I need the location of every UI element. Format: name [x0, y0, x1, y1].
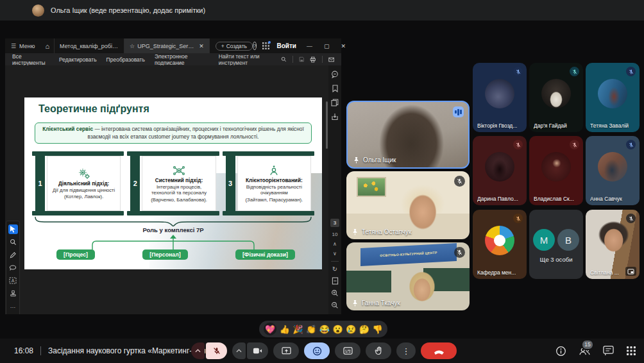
camera-toggle-button[interactable]: [247, 342, 268, 359]
slide-title: Теоретичне підґрунтя: [38, 103, 149, 115]
participant-tile-tetiana-z[interactable]: Тетяна Завалій: [586, 63, 640, 132]
pencil-annotate-tool[interactable]: [8, 250, 18, 260]
mic-muted-icon: [513, 140, 523, 149]
activities-button[interactable]: [626, 346, 636, 356]
participant-tile-anna[interactable]: Анна Савчук: [586, 136, 640, 205]
export-pdf-icon[interactable]: [331, 113, 339, 121]
camera-options-chevron[interactable]: [232, 342, 246, 359]
esign-menu[interactable]: Электронное подписание: [155, 53, 209, 66]
avatar: [541, 152, 571, 182]
help-icon[interactable]: ?: [253, 42, 257, 50]
present-screen-button[interactable]: [273, 342, 299, 359]
slide-buttons: [Процес] [Персонал] [Фізичні докази]: [35, 249, 312, 260]
acrobat-toolbar: Все инструменты Редактировать Преобразов…: [5, 53, 341, 65]
reaction-thumbs-up[interactable]: 👍: [280, 325, 290, 333]
participant-tile-daria[interactable]: Дар'я Гайдай: [529, 63, 583, 132]
reactions-button-active[interactable]: [304, 342, 330, 359]
avatar: [541, 79, 571, 108]
search-label[interactable]: Найти текст или инструмент: [219, 53, 275, 66]
video-tile-tetiana-o[interactable]: Тетяна Остапчук: [346, 171, 470, 239]
avatar: [598, 152, 627, 182]
hamburger-icon: ☰: [11, 43, 16, 49]
acrobat-menu-button[interactable]: ☰ Меню: [5, 38, 40, 53]
rotate-page-icon[interactable]: ↻: [332, 266, 337, 273]
mic-muted-icon: [454, 247, 465, 258]
video-tile-hanna[interactable]: ОСВІТНЬО-КУЛЬТУРНИЙ ЦЕНТР Ганна Ткачук: [346, 242, 470, 310]
reaction-laugh[interactable]: 😂: [319, 325, 330, 333]
plus-icon: +: [221, 43, 225, 49]
reaction-thinking[interactable]: 🤔: [359, 325, 369, 333]
pillar-2: 2 Системний підхід: Інтеграція процесів,…: [128, 151, 217, 215]
reaction-cry[interactable]: 😢: [346, 325, 356, 333]
zoom-tool[interactable]: [8, 237, 18, 247]
print-icon[interactable]: [310, 56, 316, 63]
window-minimize-button[interactable]: —: [307, 43, 312, 49]
pin-icon: [352, 300, 359, 307]
search-icon[interactable]: [281, 56, 287, 63]
next-page-button[interactable]: ∨: [333, 251, 337, 257]
vertical-scrollbar[interactable]: [326, 101, 328, 149]
captions-button[interactable]: [335, 342, 360, 359]
fit-page-icon[interactable]: [332, 277, 339, 285]
curly-brace: [33, 217, 313, 226]
more-options-button[interactable]: ⋮: [396, 342, 416, 359]
mic-toggle-button-muted[interactable]: [206, 342, 227, 359]
mic-muted-icon: [626, 140, 636, 149]
reaction-clap[interactable]: 👏: [306, 325, 316, 333]
mic-options-chevron[interactable]: [191, 342, 205, 359]
zoom-in-icon[interactable]: [331, 289, 339, 297]
comments-panel-icon[interactable]: [331, 71, 339, 78]
reaction-party[interactable]: 🎉: [292, 325, 303, 333]
edit-menu[interactable]: Редактировать: [59, 56, 97, 63]
participant-tile-daryna[interactable]: Дарина Павло...: [473, 136, 527, 205]
meet-window: Ольга Іщик (веде презентацію, додає прим…: [0, 0, 644, 363]
reaction-heart[interactable]: 💖: [264, 323, 276, 335]
star-icon: ☆: [130, 43, 135, 49]
document-tab-2-active[interactable]: ☆ UPG_Strategic_Servi... ✕: [124, 38, 210, 53]
people-panel-button[interactable]: 15: [579, 346, 591, 356]
participant-face: [402, 271, 443, 310]
more-tools[interactable]: …: [8, 301, 18, 311]
participant-tile-svitlana[interactable]: Світлана ...: [586, 210, 640, 279]
people-chip: [Персонал]: [142, 249, 188, 260]
page-number-input[interactable]: 3: [330, 219, 339, 227]
bookmarks-panel-icon[interactable]: [332, 85, 339, 92]
picture-in-picture-icon[interactable]: [625, 267, 636, 276]
end-call-button[interactable]: [421, 342, 457, 359]
overflow-participants-tile[interactable]: M B Ще 3 особи: [529, 210, 583, 279]
chat-panel-button[interactable]: [603, 346, 614, 356]
page-thumbnails-icon[interactable]: [331, 99, 339, 106]
save-icon[interactable]: [299, 56, 305, 63]
document-tab-1[interactable]: Метод_кваліф_робіт_МАРК...: [55, 38, 124, 53]
shared-screen-acrobat: ☰ Меню ⌂ Метод_кваліф_робіт_МАРК... ☆ UP…: [5, 38, 341, 314]
select-tool[interactable]: [8, 224, 18, 234]
tab-close-icon[interactable]: ✕: [199, 43, 204, 49]
home-icon[interactable]: ⌂: [40, 38, 55, 53]
reaction-surprised[interactable]: 😮: [332, 325, 343, 333]
text-box-tool[interactable]: A: [8, 276, 18, 285]
stamp-tool[interactable]: [8, 289, 18, 298]
reaction-thumbs-down[interactable]: 👎: [372, 325, 382, 333]
lasso-tool[interactable]: [8, 263, 18, 273]
convert-menu[interactable]: Преобразовать: [106, 56, 145, 63]
connector-lines: [77, 235, 269, 249]
window-maximize-button[interactable]: ▢: [324, 43, 330, 49]
participant-tile-kafedra[interactable]: Кафедра мен...: [473, 210, 527, 279]
sign-in-button[interactable]: Войти: [276, 42, 296, 49]
video-tile-olha[interactable]: Ольга Іщик: [346, 101, 470, 169]
meeting-title: Засідання наукового гуртка «Маркетинг-ме…: [48, 346, 212, 355]
mic-muted-icon: [570, 67, 579, 76]
zoom-out-icon[interactable]: [331, 301, 339, 309]
share-mail-icon[interactable]: [328, 56, 334, 63]
participant-name: Ольга Іщик: [363, 156, 396, 164]
previous-page-button[interactable]: ∧: [333, 242, 337, 247]
apps-grid-icon[interactable]: [262, 42, 269, 49]
participant-tile-vladyslav[interactable]: Владислав Ск...: [529, 136, 583, 205]
create-button[interactable]: + Создать: [216, 42, 253, 51]
meeting-details-button[interactable]: [555, 346, 566, 357]
window-close-button[interactable]: ✕: [341, 43, 346, 49]
raise-hand-button[interactable]: [366, 342, 391, 359]
participant-name: Владислав Ск...: [534, 196, 574, 202]
all-tools-menu[interactable]: Все инструменты: [12, 53, 49, 66]
participant-tile-viktoria[interactable]: Вікторія Гвозд...: [473, 63, 527, 132]
